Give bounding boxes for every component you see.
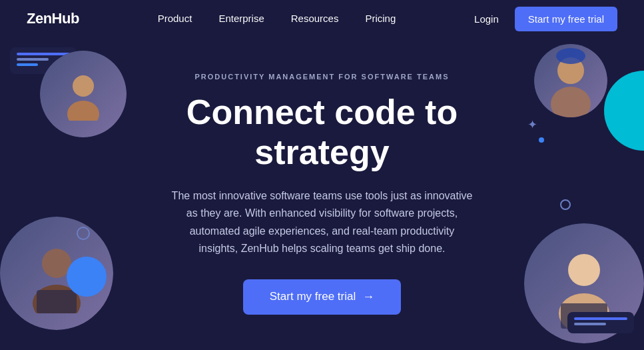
deco-person-left-top: [40, 51, 127, 137]
logo-text: ZenHub: [27, 10, 79, 27]
svg-rect-10: [561, 303, 607, 329]
nav-link-resources[interactable]: Resources: [291, 13, 339, 24]
hero-subtitle: PRODUCTIVITY MANAGEMENT FOR SOFTWARE TEA…: [194, 73, 449, 81]
svg-rect-4: [37, 290, 77, 313]
svg-point-3: [33, 285, 81, 313]
svg-point-7: [551, 87, 591, 117]
person-avatar-1: [40, 51, 127, 137]
deco-person-left-bottom: [0, 217, 113, 330]
deco-right: ✦: [511, 37, 644, 350]
deco-star: ✦: [527, 117, 537, 132]
person-avatar-4: [524, 223, 644, 343]
deco-dot-blue: [539, 137, 544, 143]
deco-line-1: [17, 53, 70, 55]
deco-line-r2: [574, 323, 606, 325]
nav-item-product[interactable]: Product: [158, 13, 192, 25]
deco-left: [0, 37, 133, 350]
svg-point-6: [556, 48, 585, 64]
nav-item-enterprise[interactable]: Enterprise: [218, 13, 264, 25]
deco-line-2: [17, 58, 49, 61]
svg-point-0: [73, 75, 94, 97]
deco-line-3: [17, 63, 38, 66]
deco-person-right-top: [534, 44, 607, 117]
nav-item-pricing[interactable]: Pricing: [365, 13, 396, 25]
svg-point-8: [568, 254, 600, 286]
hero-cta-label: Start my free trial: [270, 290, 356, 303]
hero-title: Connect code to strategy: [149, 93, 495, 173]
svg-point-2: [42, 249, 71, 278]
nav-right: Login Start my free trial: [474, 7, 617, 31]
hero-section: ✦: [0, 37, 644, 350]
svg-point-9: [559, 293, 609, 330]
nav-link-pricing[interactable]: Pricing: [365, 13, 396, 24]
person-avatar-3: [534, 44, 607, 117]
nav-item-resources[interactable]: Resources: [291, 13, 339, 25]
logo[interactable]: ZenHub: [27, 10, 79, 27]
hero-cta-button[interactable]: Start my free trial →: [243, 279, 401, 315]
navbar: ZenHub Product Enterprise Resources Pric…: [0, 0, 644, 37]
deco-blue-circle-left: [67, 257, 107, 297]
svg-point-5: [557, 57, 584, 84]
nav-link-product[interactable]: Product: [158, 13, 192, 24]
deco-outline-circle-right: [560, 199, 571, 210]
deco-teal-semicircle: [604, 71, 644, 151]
deco-line-r1: [574, 317, 627, 320]
hero-description: The most innovative software teams use t…: [169, 187, 476, 258]
nav-cta-button[interactable]: Start my free trial: [515, 7, 617, 31]
hero-cta-arrow-icon: →: [362, 290, 374, 304]
person-avatar-2: [0, 217, 113, 330]
svg-point-1: [67, 101, 99, 121]
deco-person-right-bottom: [524, 223, 644, 343]
nav-link-enterprise[interactable]: Enterprise: [218, 13, 264, 24]
deco-ui-card-left: [10, 47, 77, 74]
nav-links: Product Enterprise Resources Pricing: [158, 13, 396, 25]
login-link[interactable]: Login: [474, 13, 499, 25]
deco-ui-card-right: [567, 312, 634, 333]
deco-outline-circle-left: [77, 227, 90, 240]
